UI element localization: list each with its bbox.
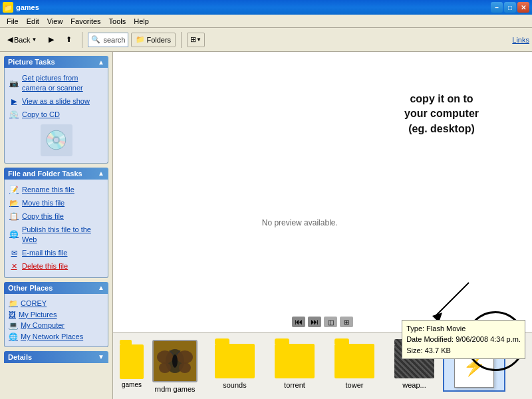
copy-file-link[interactable]: 📋 Copy this file bbox=[7, 210, 105, 223]
other-places-section: Other Places ▲ 📁 COREY 🖼 My Pictures 💻 M… bbox=[4, 282, 108, 347]
toolbar-separator-1 bbox=[82, 32, 82, 48]
folders-button[interactable]: 📁 Folders bbox=[131, 33, 176, 47]
menu-tools[interactable]: Tools bbox=[105, 16, 130, 27]
tower-folder-icon bbox=[334, 344, 374, 378]
details-header[interactable]: Details ▼ bbox=[4, 351, 108, 363]
details-collapse-icon: ▼ bbox=[98, 353, 104, 360]
file-folder-tasks-section: File and Folder Tasks ▲ 📝 Rename this fi… bbox=[4, 168, 108, 278]
my-computer-label: My Computer bbox=[21, 321, 65, 329]
maximize-button[interactable]: □ bbox=[504, 2, 516, 13]
partial-folder-item[interactable]: games bbox=[118, 342, 145, 391]
back-arrow-icon: ◀ bbox=[7, 35, 13, 44]
tower-label: tower bbox=[346, 381, 364, 389]
partial-folder-icon bbox=[120, 344, 144, 379]
back-label: Back bbox=[14, 36, 30, 44]
next-button[interactable]: ⏭ bbox=[308, 317, 321, 327]
search-text: search bbox=[103, 36, 125, 44]
sidebar: Picture Tasks ▲ 📷 Get pictures from came… bbox=[0, 52, 113, 399]
web-icon: 🌐 bbox=[9, 229, 19, 240]
minimize-button[interactable]: – bbox=[491, 2, 503, 13]
torrent-item[interactable]: torrent bbox=[265, 341, 325, 392]
prev-button[interactable]: ⏮ bbox=[292, 317, 305, 327]
svg-point-5 bbox=[177, 350, 193, 364]
sounds-item[interactable]: sounds bbox=[205, 341, 265, 392]
network-icon: 🌐 bbox=[9, 332, 18, 341]
move-file-link[interactable]: 📂 Move this file bbox=[7, 197, 105, 210]
picture-tasks-label: Picture Tasks bbox=[8, 58, 55, 66]
pictures-icon: 🖼 bbox=[9, 311, 16, 319]
back-button[interactable]: ◀ Back ▼ bbox=[3, 31, 41, 49]
forward-button[interactable]: ▶ bbox=[44, 31, 59, 49]
sounds-label: sounds bbox=[223, 381, 246, 389]
details-section: Details ▼ bbox=[4, 351, 108, 363]
get-pictures-link[interactable]: 📷 Get pictures from camera or scanner bbox=[7, 72, 105, 95]
my-pictures-link[interactable]: 🖼 My Pictures bbox=[7, 309, 105, 320]
media-controls: ⏮ ⏭ ◫ ⊞ bbox=[292, 317, 353, 327]
publish-web-link[interactable]: 🌐 Publish this file to the Web bbox=[7, 223, 105, 247]
annotation-line1: copy it on to bbox=[404, 92, 479, 106]
size1-button[interactable]: ◫ bbox=[324, 317, 337, 327]
search-box[interactable]: 🔍 search bbox=[88, 33, 128, 47]
folders-icon: 📁 bbox=[136, 35, 145, 44]
tooltip-box: Type: Flash Movie Date Modified: 9/06/20… bbox=[402, 320, 525, 360]
view-button[interactable]: ⊞ ▼ bbox=[187, 33, 205, 47]
camera-icon: 📷 bbox=[9, 78, 19, 88]
picture-tasks-collapse-icon: ▲ bbox=[98, 59, 104, 66]
links-label[interactable]: Links bbox=[512, 36, 529, 44]
svg-point-8 bbox=[172, 354, 178, 368]
slideshow-icon: ▶ bbox=[9, 96, 19, 107]
slideshow-label: View as a slide show bbox=[22, 96, 90, 106]
rename-file-link[interactable]: 📝 Rename this file bbox=[7, 184, 105, 197]
window-title: games bbox=[16, 3, 491, 11]
file-folder-tasks-header[interactable]: File and Folder Tasks ▲ bbox=[4, 168, 108, 180]
svg-point-6 bbox=[159, 362, 171, 373]
up-button[interactable]: ⬆ bbox=[61, 31, 76, 49]
email-file-link[interactable]: ✉ E-mail this file bbox=[7, 247, 105, 260]
move-file-label: Move this file bbox=[22, 198, 65, 208]
window-icon: 📁 bbox=[3, 2, 13, 13]
other-places-body: 📁 COREY 🖼 My Pictures 💻 My Computer 🌐 My… bbox=[4, 294, 108, 347]
cd-image-icon: 💿 bbox=[45, 129, 68, 151]
copy-cd-link[interactable]: 💿 Copy to CD bbox=[7, 108, 105, 122]
cd-preview-image: 💿 bbox=[41, 124, 72, 156]
rndm-games-item[interactable]: rndm games bbox=[145, 337, 205, 396]
search-icon: 🔍 bbox=[91, 35, 100, 44]
window-controls: – □ ✕ bbox=[491, 2, 529, 13]
tooltip-date: Date Modified: 9/06/2008 4:34 p.m. bbox=[406, 334, 521, 345]
toolbar: ◀ Back ▼ ▶ ⬆ 🔍 search 📁 Folders ⊞ ▼ Link… bbox=[0, 28, 532, 52]
file-folder-tasks-label: File and Folder Tasks bbox=[8, 170, 82, 178]
corey-label: COREY bbox=[21, 299, 47, 307]
get-pictures-label: Get pictures from camera or scanner bbox=[22, 73, 104, 94]
title-bar: 📁 games – □ ✕ bbox=[0, 0, 532, 15]
up-arrow-icon: ⬆ bbox=[66, 35, 72, 44]
menu-file[interactable]: File bbox=[3, 16, 23, 27]
menu-help[interactable]: Help bbox=[130, 16, 153, 27]
menu-favorites[interactable]: Favorites bbox=[66, 16, 104, 27]
weap-label: weap... bbox=[402, 381, 426, 389]
delete-file-link[interactable]: ✕ Delete this file bbox=[7, 260, 105, 273]
network-places-link[interactable]: 🌐 My Network Places bbox=[7, 331, 105, 342]
close-button[interactable]: ✕ bbox=[517, 2, 529, 13]
rndm-games-label: rndm games bbox=[154, 385, 195, 393]
picture-tasks-body: 📷 Get pictures from camera or scanner ▶ … bbox=[4, 68, 108, 164]
other-places-label: Other Places bbox=[8, 284, 53, 292]
annotation-line2: your computer bbox=[404, 106, 479, 121]
view-icon: ⊞ bbox=[190, 35, 196, 44]
annotation-text: copy it on to your computer (eg. desktop… bbox=[404, 92, 479, 136]
sounds-folder-icon bbox=[215, 344, 255, 378]
delete-file-label: Delete this file bbox=[22, 261, 68, 271]
my-computer-link[interactable]: 💻 My Computer bbox=[7, 320, 105, 331]
copy-file-label: Copy this file bbox=[22, 211, 64, 221]
slideshow-link[interactable]: ▶ View as a slide show bbox=[7, 95, 105, 108]
picture-tasks-header[interactable]: Picture Tasks ▲ bbox=[4, 56, 108, 68]
network-places-label: My Network Places bbox=[21, 332, 83, 340]
publish-web-label: Publish this file to the Web bbox=[22, 225, 104, 245]
other-places-header[interactable]: Other Places ▲ bbox=[4, 282, 108, 294]
size2-button[interactable]: ⊞ bbox=[340, 317, 353, 327]
menu-edit[interactable]: Edit bbox=[23, 16, 43, 27]
corey-link[interactable]: 📁 COREY bbox=[7, 298, 105, 309]
details-label: Details bbox=[8, 353, 32, 361]
menu-view[interactable]: View bbox=[43, 16, 67, 27]
tower-item[interactable]: tower bbox=[325, 341, 384, 392]
cd-icon: 💿 bbox=[9, 110, 19, 120]
